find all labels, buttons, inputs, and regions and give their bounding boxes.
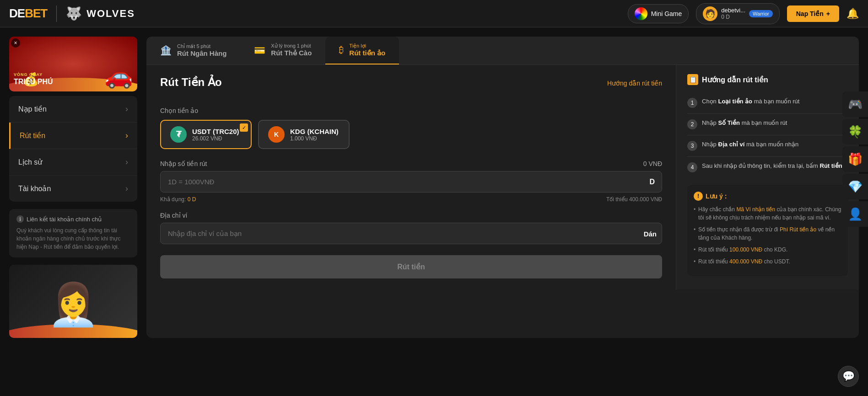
- sidebar-item-lich-label: Lịch sử: [18, 158, 42, 166]
- promo-line1: VÒNG QUAY: [14, 72, 53, 78]
- amount-info-row: Khả dụng: 0 D Tối thiểu 400.000 VNĐ: [160, 196, 662, 203]
- tab-rut-ngan-hang-top: Chỉ mất 5 phút: [177, 43, 226, 49]
- side-icon-dai-ly[interactable]: 👤: [842, 201, 868, 227]
- link-info-desc: Quý khách vui lòng cung cấp thông tin tà…: [16, 226, 130, 251]
- guide-step-4: 4 Sau khi nhập đủ thông tin, kiểm tra lạ…: [687, 157, 848, 178]
- promo-car-icon: 🚗: [104, 63, 133, 89]
- card-icon: 💳: [254, 45, 265, 56]
- chevron-right-icon: ›: [125, 157, 128, 167]
- tab-rut-the-cao-labels: Xử lý trong 1 phút Rút Thẻ Cào: [271, 43, 312, 57]
- sidebar-item-lich-su[interactable]: Lịch sử ›: [9, 149, 137, 176]
- logo-bet-text: BET: [25, 6, 47, 20]
- guide-section: 📋 Hướng dẫn rút tiền 1 Chọn Loại tiền ảo…: [676, 65, 859, 289]
- step-num-4: 4: [687, 162, 697, 172]
- side-icon-doi-thuong[interactable]: 🎁: [842, 146, 868, 172]
- header-right: Mini Game 🧑 debetvi... 0 D Warrior Nap T…: [628, 3, 859, 24]
- tab-rut-tien-ao-main: Rút tiền ảo: [349, 49, 385, 57]
- guide-step-3: 3 Nhập Địa chỉ ví mà bạn muốn nhận: [687, 135, 848, 157]
- step-num-1: 1: [687, 98, 697, 108]
- side-icon-lucky-money[interactable]: 🍀: [842, 119, 868, 144]
- link-info-title: ℹ Liên kết tài khoản chính chủ: [16, 215, 130, 223]
- user-avatar: 🧑: [703, 6, 717, 21]
- rut-tien-submit-button[interactable]: Rút tiền: [160, 255, 662, 278]
- guide-title-text: Hướng dẫn rút tiền: [702, 75, 768, 84]
- amount-input[interactable]: [160, 171, 662, 193]
- form-header: Rút Tiền Ảo Hướng dẫn rút tiền: [160, 76, 662, 98]
- chevron-right-icon: ›: [125, 104, 128, 114]
- sidebar-item-rut-tien[interactable]: Rút tiền ›: [9, 123, 137, 149]
- user-name: debetvi...: [721, 7, 745, 14]
- link-info-title-text: Liên kết tài khoản chính chủ: [27, 216, 102, 223]
- kdg-name: KDG (KCHAIN): [290, 128, 339, 135]
- kdg-value: 1.000 VNĐ: [290, 135, 339, 142]
- sidebar-item-rut-label: Rút tiền: [20, 131, 45, 140]
- note-item-4: Rút tối thiểu 400.000 VNĐ cho USDT.: [694, 257, 841, 266]
- nap-tien-button[interactable]: Nap Tiền +: [787, 5, 839, 22]
- tabs-row: 🏦 Chỉ mất 5 phút Rút Ngân Hàng 💳 Xử lý t…: [146, 37, 859, 65]
- note-item-2: Số tiền thực nhận đã được trừ đi Phí Rút…: [694, 225, 841, 242]
- amount-vnd-display: 0 VNĐ: [643, 160, 662, 167]
- usdt-value: 26.002 VNĐ: [192, 135, 239, 142]
- wolves-label: WOLVES: [86, 8, 135, 20]
- tab-rut-ngan-hang[interactable]: 🏦 Chỉ mất 5 phút Rút Ngân Hàng: [146, 37, 240, 64]
- note-title: ! Lưu ý :: [694, 192, 841, 201]
- toi-thieu-label: Tối thiểu 400.000 VNĐ: [606, 196, 662, 203]
- guide-link[interactable]: Hướng dẫn rút tiền: [607, 80, 662, 87]
- notification-bell-icon[interactable]: 🔔: [846, 8, 859, 20]
- info-icon: ℹ: [16, 215, 24, 223]
- dan-button[interactable]: Dán: [644, 230, 657, 237]
- kdg-icon: K: [268, 126, 285, 143]
- tab-rut-ngan-hang-main: Rút Ngân Hàng: [177, 49, 226, 57]
- side-icon-gift-code[interactable]: 💎: [842, 174, 868, 199]
- logo-de-text: DE: [9, 6, 25, 20]
- guide-step-1: 1 Chọn Loại tiền ảo mà bạn muốn rút: [687, 92, 848, 114]
- main-container: 🚗 💰 VÒNG QUAY TRIỆU PHÚ × Nạp tiền › Rút…: [0, 27, 868, 347]
- step-text-3: Nhập Địa chỉ ví mà bạn muốn nhận: [702, 141, 798, 148]
- nap-tien-label: Nap Tiền: [796, 10, 824, 17]
- currency-card-usdt[interactable]: ₮ USDT (TRC20) 26.002 VNĐ ✓: [160, 120, 252, 149]
- sidebar-bottom-image: 👩‍💼: [9, 265, 137, 338]
- usdt-details: USDT (TRC20) 26.002 VNĐ: [192, 128, 239, 142]
- guide-step-2: 2 Nhập Số Tiền mà bạn muốn rút: [687, 114, 848, 135]
- tab-rut-tien-ao-labels: Tiện lợi Rút tiền ảo: [349, 43, 385, 57]
- user-details: debetvi... 0 D: [721, 7, 745, 20]
- user-balance: 0 D: [721, 14, 745, 20]
- mini-game-label: Mini Game: [651, 10, 682, 17]
- step-num-3: 3: [687, 141, 697, 151]
- page-title: Rút Tiền Ảo: [160, 76, 222, 89]
- amount-suffix: D: [649, 178, 655, 186]
- logo-divider: [56, 5, 57, 22]
- guide-box-icon: 📋: [687, 74, 698, 85]
- header: DEBET 🐺 WOLVES Mini Game 🧑 debetvi... 0 …: [0, 0, 868, 27]
- tab-rut-tien-ao-top: Tiện lợi: [349, 43, 385, 49]
- note-item-3: Rút tối thiểu 100.000 VNĐ cho KDG.: [694, 246, 841, 254]
- side-icon-su-kien[interactable]: 🎮: [842, 91, 868, 117]
- step-text-4: Sau khi nhập đủ thông tin, kiểm tra lại,…: [702, 162, 842, 169]
- user-info-button[interactable]: 🧑 debetvi... 0 D Warrior: [696, 3, 779, 24]
- choose-currency-label: Chọn tiền ảo: [160, 107, 662, 114]
- tab-rut-the-cao[interactable]: 💳 Xử lý trong 1 phút Rút Thẻ Cào: [240, 37, 325, 64]
- step-text-1: Chọn Loại tiền ảo mà bạn muốn rút: [702, 98, 799, 105]
- sidebar-item-nap-tien[interactable]: Nạp tiền ›: [9, 96, 137, 123]
- promo-banner: 🚗 💰 VÒNG QUAY TRIỆU PHÚ: [9, 37, 137, 91]
- tab-rut-the-cao-main: Rút Thẻ Cào: [271, 49, 312, 57]
- sidebar-menu: Nạp tiền › Rút tiền › Lịch sử › Tài khoả…: [9, 96, 137, 202]
- tab-rut-tien-ao[interactable]: ₿ Tiện lợi Rút tiền ảo: [325, 37, 399, 64]
- sidebar-promo: 🚗 💰 VÒNG QUAY TRIỆU PHÚ ×: [9, 37, 137, 91]
- currency-card-kdg[interactable]: K KDG (KCHAIN) 1.000 VNĐ: [258, 120, 350, 149]
- wolves-logo: 🐺 WOLVES: [66, 6, 135, 21]
- close-promo-button[interactable]: ×: [11, 38, 20, 48]
- mini-game-button[interactable]: Mini Game: [628, 4, 689, 23]
- step-num-2: 2: [687, 119, 697, 129]
- step-text-2: Nhập Số Tiền mà bạn muốn rút: [702, 119, 787, 126]
- sidebar-item-tai-khoan[interactable]: Tài khoản ›: [9, 176, 137, 202]
- address-label: Địa chỉ ví: [160, 212, 662, 219]
- address-input[interactable]: [160, 223, 662, 244]
- currency-options: ₮ USDT (TRC20) 26.002 VNĐ ✓ K KDG (KCHAI…: [160, 120, 662, 149]
- guide-panel-title: 📋 Hướng dẫn rút tiền: [687, 74, 848, 85]
- logo-area: DEBET 🐺 WOLVES: [9, 5, 135, 22]
- usdt-icon: ₮: [170, 126, 187, 143]
- sidebar: 🚗 💰 VÒNG QUAY TRIỆU PHÚ × Nạp tiền › Rút…: [9, 37, 137, 338]
- note-item-1: Hãy chắc chắn Mã Ví nhận tiền của bạn ch…: [694, 205, 841, 222]
- chat-bubble-button[interactable]: 💬: [838, 366, 859, 387]
